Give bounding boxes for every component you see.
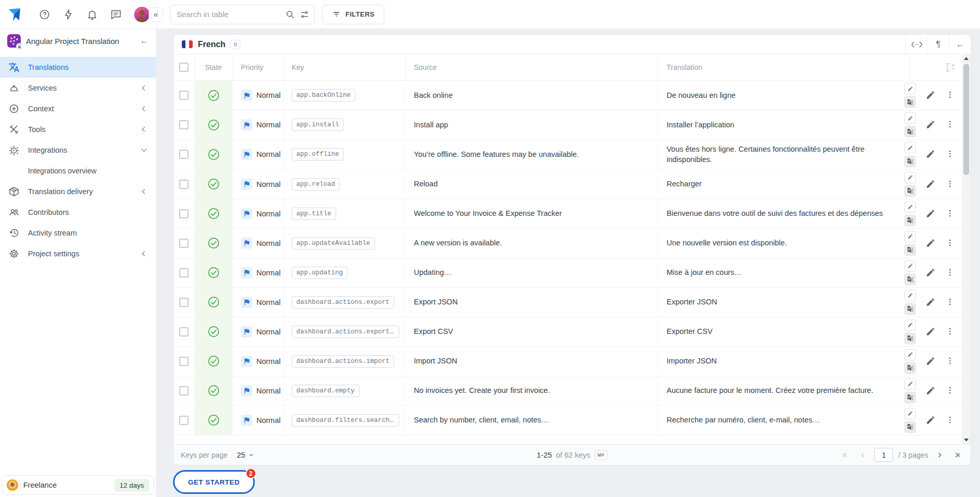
vertical-scrollbar[interactable]: [962, 54, 971, 444]
sidebar-item-services[interactable]: Services: [0, 78, 156, 98]
row-menu-button[interactable]: [945, 238, 956, 248]
edit-key-button[interactable]: [904, 112, 916, 124]
column-header-state[interactable]: State: [195, 54, 233, 80]
first-page-button[interactable]: [839, 449, 852, 461]
priority-flag-icon[interactable]: [241, 385, 252, 397]
code-view-icon[interactable]: [905, 35, 927, 54]
edit-key-button[interactable]: [904, 319, 916, 331]
priority-flag-icon[interactable]: [241, 356, 252, 367]
machine-translation-button[interactable]: [904, 274, 916, 285]
priority-flag-icon[interactable]: [241, 297, 252, 308]
edit-translation-button[interactable]: [926, 238, 936, 248]
last-page-button[interactable]: [951, 449, 963, 461]
priority-flag-icon[interactable]: [241, 238, 252, 249]
key-chip[interactable]: app.updating: [292, 267, 348, 279]
collapse-panel-icon[interactable]: ←: [949, 35, 971, 54]
machine-translation-button[interactable]: [904, 362, 916, 374]
notifications-icon[interactable]: [87, 9, 98, 20]
machine-translation-button[interactable]: [904, 303, 916, 315]
machine-translation-button[interactable]: [904, 215, 916, 226]
sidebar-collapse-button[interactable]: «: [149, 7, 163, 22]
row-checkbox[interactable]: [179, 298, 189, 307]
key-chip[interactable]: app.offline: [292, 148, 344, 160]
machine-translation-button[interactable]: [904, 333, 916, 344]
edit-translation-button[interactable]: [926, 268, 936, 278]
row-menu-button[interactable]: [945, 356, 956, 367]
row-checkbox[interactable]: [179, 386, 189, 396]
help-icon[interactable]: [39, 9, 50, 20]
sidebar-item-context[interactable]: Context: [0, 98, 156, 119]
user-avatar[interactable]: [134, 7, 150, 22]
edit-translation-button[interactable]: [926, 209, 936, 219]
select-all-checkbox[interactable]: [179, 63, 189, 72]
key-chip[interactable]: dashboard.actions.exportCsv: [292, 326, 399, 338]
sidebar-item-contributors[interactable]: Contributors: [0, 202, 156, 223]
row-menu-button[interactable]: [945, 386, 956, 396]
edit-key-button[interactable]: [904, 231, 916, 242]
row-checkbox[interactable]: [179, 268, 189, 277]
sidebar-item-activity-stream[interactable]: Activity stream: [0, 223, 156, 243]
machine-translation-button[interactable]: [904, 156, 916, 167]
scrollbar-thumb[interactable]: [963, 64, 969, 175]
machine-translation-button[interactable]: [904, 185, 916, 197]
row-checkbox[interactable]: [179, 150, 189, 159]
key-chip[interactable]: app.title: [292, 208, 336, 220]
row-menu-button[interactable]: [945, 268, 956, 278]
edit-translation-button[interactable]: [926, 297, 936, 308]
project-back-icon[interactable]: ←: [140, 36, 149, 46]
key-chip[interactable]: app.updateAvailable: [292, 237, 375, 250]
edit-key-button[interactable]: [904, 378, 916, 390]
scroll-up-icon[interactable]: [962, 54, 971, 63]
edit-translation-button[interactable]: [926, 386, 936, 396]
row-menu-button[interactable]: [945, 90, 956, 100]
row-menu-button[interactable]: [945, 209, 956, 219]
sidebar-item-integrations[interactable]: Integrations: [0, 140, 156, 160]
machine-translation-button[interactable]: [904, 244, 916, 256]
machine-translation-button[interactable]: [904, 96, 916, 108]
search-settings-icon[interactable]: [300, 10, 309, 19]
row-checkbox[interactable]: [179, 91, 189, 100]
bolt-icon[interactable]: [63, 9, 74, 20]
machine-translation-button[interactable]: [904, 126, 916, 137]
row-menu-button[interactable]: [945, 297, 956, 308]
search-icon[interactable]: [285, 10, 295, 19]
pilcrow-icon[interactable]: ¶: [927, 35, 949, 54]
priority-flag-icon[interactable]: [241, 119, 252, 130]
row-checkbox[interactable]: [179, 239, 189, 248]
column-header-priority[interactable]: Priority: [233, 54, 283, 80]
edit-key-button[interactable]: [904, 260, 916, 272]
machine-translation-button[interactable]: [904, 421, 916, 433]
row-menu-button[interactable]: [945, 327, 956, 337]
edit-key-button[interactable]: [904, 142, 916, 153]
key-chip[interactable]: dashboard.actions.export: [292, 296, 394, 309]
column-header-translation[interactable]: Translation: [658, 54, 910, 80]
key-chip[interactable]: app.backOnline: [292, 89, 355, 101]
next-page-button[interactable]: [933, 449, 946, 461]
edit-translation-button[interactable]: [926, 415, 936, 426]
row-checkbox[interactable]: [179, 357, 189, 366]
sidebar-item-project-settings[interactable]: Project settings: [0, 243, 156, 264]
row-checkbox[interactable]: [179, 120, 189, 129]
priority-flag-icon[interactable]: [241, 90, 252, 101]
key-chip[interactable]: app.install: [292, 119, 344, 131]
priority-flag-icon[interactable]: [241, 149, 252, 160]
edit-translation-button[interactable]: [926, 327, 936, 337]
key-chip[interactable]: dashboard.empty: [292, 385, 359, 397]
text-size-adjust-icon[interactable]: [944, 62, 957, 72]
column-header-key[interactable]: Key: [283, 54, 406, 80]
edit-key-button[interactable]: [904, 290, 916, 301]
search-input[interactable]: [177, 10, 285, 19]
row-menu-button[interactable]: [945, 149, 956, 159]
row-checkbox[interactable]: [179, 180, 189, 189]
row-menu-button[interactable]: [945, 120, 956, 130]
plan-card[interactable]: Freelance 12 days: [2, 475, 154, 495]
row-checkbox[interactable]: [179, 327, 189, 337]
sidebar-item-tools[interactable]: Tools: [0, 119, 156, 140]
edit-translation-button[interactable]: [926, 149, 936, 159]
edit-translation-button[interactable]: [926, 356, 936, 367]
scroll-down-icon[interactable]: [962, 436, 971, 444]
priority-flag-icon[interactable]: [241, 326, 252, 338]
get-started-button[interactable]: GET STARTED 2: [173, 470, 255, 494]
keys-per-page-select[interactable]: 25: [237, 451, 254, 459]
machine-translation-button[interactable]: [904, 392, 916, 403]
